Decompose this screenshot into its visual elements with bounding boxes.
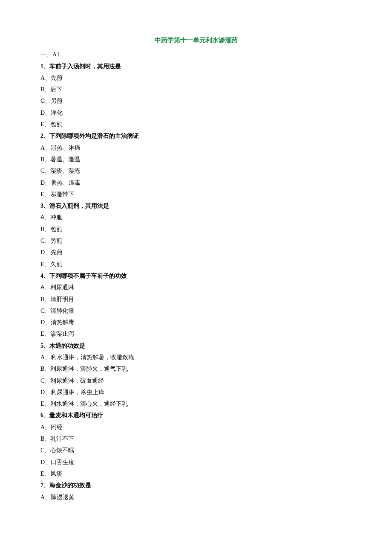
- option-separator: 、: [44, 378, 50, 384]
- question-option: B、包煎: [40, 224, 352, 235]
- option-letter: B: [40, 226, 44, 232]
- option-letter: E: [40, 261, 44, 267]
- option-text: 包煎: [50, 121, 62, 128]
- question-option: E、包煎: [40, 119, 352, 130]
- question-option: E、渗湿止泻: [40, 328, 352, 340]
- option-letter: C: [40, 238, 44, 244]
- option-separator: 、: [44, 284, 50, 291]
- section-heading: 一、A1: [40, 49, 352, 60]
- questions-container: 1、车前子入汤剂时，其用法是A、先煎B、后下C、另煎D、洋化E、包煎2、下列除哪…: [40, 61, 352, 503]
- option-separator: 、: [44, 308, 50, 314]
- question-option: C、清肺化痰: [40, 305, 352, 317]
- option-letter: B: [40, 296, 44, 302]
- option-separator: 、: [44, 436, 50, 442]
- option-letter: A: [40, 494, 45, 500]
- option-text: 利水通淋，清心火，通经下乳: [50, 401, 128, 407]
- option-letter: D: [40, 389, 45, 395]
- question-option: D、利尿通淋，杀虫止痒: [40, 386, 352, 398]
- question-option: D、先煎: [40, 247, 352, 258]
- option-text: 湿热、淋痛: [51, 145, 81, 151]
- option-separator: 、: [44, 168, 50, 174]
- option-letter: D: [40, 319, 45, 325]
- option-text: 包煎: [50, 226, 62, 232]
- option-text: 清热解毒: [51, 319, 75, 325]
- question-stem: 7、海金沙的功效是: [40, 479, 352, 491]
- option-separator: 、: [45, 145, 51, 151]
- question-option: E、久煎: [40, 259, 352, 270]
- option-separator: 、: [45, 180, 51, 186]
- option-text: 寒湿带下: [50, 191, 74, 198]
- option-letter: B: [40, 156, 44, 163]
- option-text: 利水通淋，清热解暑，收湿敛疮: [51, 354, 134, 360]
- question-stem: 2、下列除哪项外均是滑石的主治病证: [40, 130, 352, 142]
- question-stem: 6、量麦和木通均可治疗: [40, 410, 352, 421]
- option-text: 渗湿止泻: [50, 331, 74, 337]
- option-letter: B: [40, 86, 44, 93]
- option-letter: A: [40, 75, 45, 81]
- option-text: 利尿通淋，破血通经: [50, 378, 104, 384]
- question-option: B、暑温、湿温: [40, 154, 352, 165]
- option-letter: A: [40, 145, 45, 151]
- question-stem: 5、木通的功效是: [40, 340, 352, 352]
- question-option: A、先煎: [40, 72, 352, 84]
- option-letter: D: [40, 110, 45, 116]
- option-separator: 、: [44, 86, 50, 93]
- option-text: 另煎: [50, 238, 62, 244]
- option-letter: C: [40, 308, 44, 314]
- option-text: 先煎: [51, 75, 63, 81]
- option-text: 利尿通淋: [50, 284, 74, 291]
- option-text: 冲服: [50, 214, 62, 221]
- question-option: D、口舌生疮: [40, 456, 352, 468]
- option-text: 另煎: [51, 98, 63, 104]
- option-letter: C: [40, 447, 44, 453]
- option-letter: C: [40, 97, 45, 104]
- option-text: 久煎: [50, 261, 62, 267]
- option-text: 洋化: [51, 110, 63, 116]
- option-separator: 、: [45, 494, 51, 500]
- option-text: 乳汁不下: [50, 436, 74, 442]
- document-title: 中药学第十一单元利水渗湿药: [40, 34, 352, 46]
- question-option: C、湿疹、湿疮: [40, 165, 352, 177]
- option-separator: 、: [44, 401, 50, 407]
- question-option: A、湿热、淋痛: [40, 142, 352, 154]
- option-letter: A: [40, 354, 45, 360]
- option-separator: 、: [44, 226, 50, 232]
- option-letter: E: [40, 471, 44, 477]
- question-option: C、另煎: [40, 235, 352, 247]
- question-option: C、另煎: [40, 95, 352, 107]
- option-text: 暑温、湿温: [50, 156, 80, 163]
- question-option: D、清热解毒: [40, 317, 352, 328]
- option-letter: E: [40, 401, 44, 407]
- question-option: A、利尿通淋: [40, 282, 352, 293]
- option-text: 暑热、瘴毒: [51, 180, 81, 186]
- question-option: B、后下: [40, 84, 352, 95]
- question-option: A、冲服: [40, 212, 352, 223]
- option-separator: 、: [44, 471, 50, 477]
- question-stem: 1、车前子入汤剂时，其用法是: [40, 61, 352, 72]
- option-separator: 、: [44, 191, 50, 198]
- question-option: B、利尿通淋，清肺火，通气下乳: [40, 363, 352, 375]
- option-separator: 、: [45, 110, 51, 116]
- option-letter: C: [40, 168, 44, 174]
- option-letter: B: [40, 436, 44, 442]
- question-stem: 3、滑石入煎剂，其用法是: [40, 200, 352, 212]
- option-letter: E: [40, 121, 44, 128]
- question-option: A、闭经: [40, 421, 352, 433]
- option-letter: E: [40, 191, 44, 198]
- question-option: D、暑热、瘴毒: [40, 177, 352, 189]
- option-separator: 、: [45, 459, 51, 465]
- option-text: 风疹: [50, 471, 62, 477]
- option-letter: A: [40, 214, 44, 221]
- option-text: 利尿通淋，清肺火，通气下乳: [50, 366, 128, 372]
- question-option: E、寒湿带下: [40, 189, 352, 200]
- option-letter: D: [40, 249, 45, 256]
- question-option: B、清肝明目: [40, 293, 352, 305]
- option-separator: 、: [45, 319, 51, 325]
- option-text: 清肺化痰: [50, 308, 74, 314]
- option-separator: 、: [44, 366, 50, 372]
- option-separator: 、: [45, 98, 51, 104]
- option-text: 后下: [50, 86, 62, 93]
- option-separator: 、: [44, 156, 50, 163]
- option-text: 清肝明目: [50, 296, 74, 302]
- option-text: 利尿通淋，杀虫止痒: [51, 389, 104, 395]
